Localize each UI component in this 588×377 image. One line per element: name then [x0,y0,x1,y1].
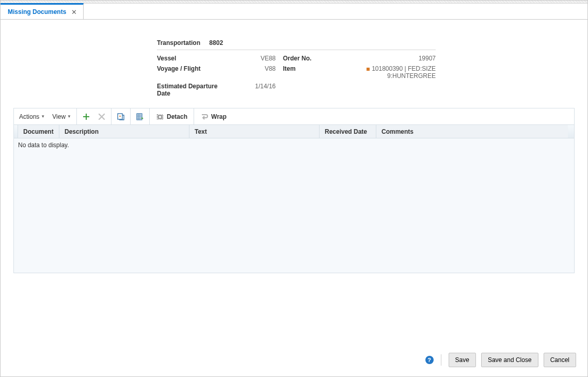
view-menu[interactable]: View▼ [52,113,71,120]
column-spacer [568,125,574,138]
order-no-label: Order No. [283,55,319,62]
close-icon[interactable]: ✕ [71,8,77,16]
tab-missing-documents[interactable]: Missing Documents ✕ [1,3,84,19]
add-icon[interactable] [82,113,90,121]
actions-menu[interactable]: Actions▼ [19,113,45,120]
tab-bar: Missing Documents ✕ [1,4,587,20]
chevron-down-icon: ▼ [41,114,45,119]
title-label: Transportation [157,39,200,46]
footer-bar: ? Save Save and Close Cancel [425,353,576,367]
etd-label: Estimated Departure Date [157,83,234,97]
cancel-button[interactable]: Cancel [544,353,576,367]
grid-body: No data to display. [14,138,574,273]
export-icon[interactable] [136,113,144,121]
column-header-row: Document Description Text Received Date … [14,125,574,138]
flag-icon [367,68,370,71]
item-value: 101800390 | FED:SIZE 9:HUNTERGREE [319,65,436,80]
header-panel: Transportation 8802 Vessel VE88 Order No… [157,39,436,99]
page-title: Transportation 8802 [157,39,436,50]
title-value: 8802 [209,39,223,46]
save-and-close-button[interactable]: Save and Close [481,353,538,367]
voyage-label: Voyage / Flight [157,65,234,80]
item-label: Item [283,65,319,80]
data-grid: Actions▼ View▼ Detach [13,108,575,273]
vessel-value: VE88 [234,55,276,62]
svg-point-1 [119,115,121,117]
voyage-value: V88 [234,65,276,80]
grid-toolbar: Actions▼ View▼ Detach [14,108,574,125]
svg-rect-4 [158,116,162,118]
help-icon[interactable]: ? [425,356,434,364]
delete-icon[interactable] [98,113,106,121]
column-received-date[interactable]: Received Date [320,125,376,138]
detach-button[interactable]: Detach [150,108,194,124]
etd-value: 1/14/16 [234,83,276,97]
save-button[interactable]: Save [449,353,476,367]
column-comments[interactable]: Comments [376,125,568,138]
divider [441,354,441,366]
attach-icon[interactable] [117,113,125,121]
column-description[interactable]: Description [59,125,189,138]
tab-label: Missing Documents [8,8,66,15]
order-no-value: 19907 [319,55,436,62]
wrap-button[interactable]: Wrap [194,108,233,124]
empty-message: No data to display. [18,142,69,149]
column-text[interactable]: Text [189,125,320,138]
chevron-down-icon: ▼ [67,114,71,119]
column-document[interactable]: Document [18,125,59,138]
vessel-label: Vessel [157,55,234,62]
row-selector-column[interactable] [14,125,18,138]
